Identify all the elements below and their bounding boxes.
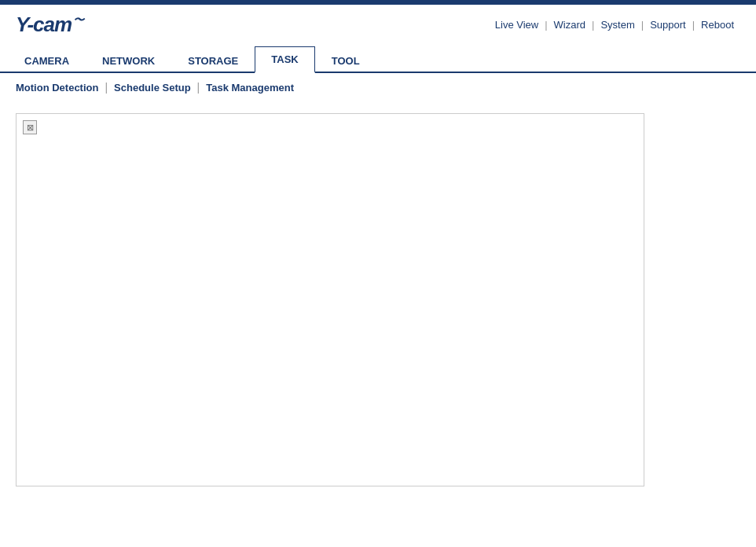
system-link[interactable]: System: [594, 19, 640, 31]
broken-image-icon: ⊠: [23, 120, 37, 134]
tab-camera[interactable]: CAMERA: [8, 48, 86, 73]
support-link[interactable]: Support: [644, 19, 692, 31]
tab-storage[interactable]: STORAGE: [171, 48, 255, 73]
wizard-link[interactable]: Wizard: [548, 19, 592, 31]
header-nav: Live View | Wizard | System | Support | …: [489, 19, 740, 31]
subnav-task-management[interactable]: Task Management: [206, 82, 294, 94]
reboot-link[interactable]: Reboot: [695, 19, 740, 31]
logo: Y-cam〜: [16, 13, 83, 37]
logo-wave: 〜: [73, 13, 83, 26]
main-nav: CAMERA NETWORK STORAGE TASK TOOL: [0, 45, 756, 73]
sub-sep-2: |: [197, 81, 200, 94]
tab-network[interactable]: NETWORK: [86, 48, 171, 73]
sub-sep-1: |: [105, 81, 108, 94]
live-view-link[interactable]: Live View: [489, 19, 545, 31]
image-container: ⊠: [16, 113, 644, 486]
tab-tool[interactable]: TOOL: [315, 48, 376, 73]
logo-text: Y-cam〜: [16, 13, 83, 37]
sub-nav: Motion Detection | Schedule Setup | Task…: [0, 73, 756, 101]
content: ⊠: [0, 101, 756, 498]
tab-task[interactable]: TASK: [255, 46, 314, 73]
subnav-schedule-setup[interactable]: Schedule Setup: [114, 82, 191, 94]
header: Y-cam〜 Live View | Wizard | System | Sup…: [0, 5, 756, 45]
subnav-motion-detection[interactable]: Motion Detection: [16, 82, 98, 94]
